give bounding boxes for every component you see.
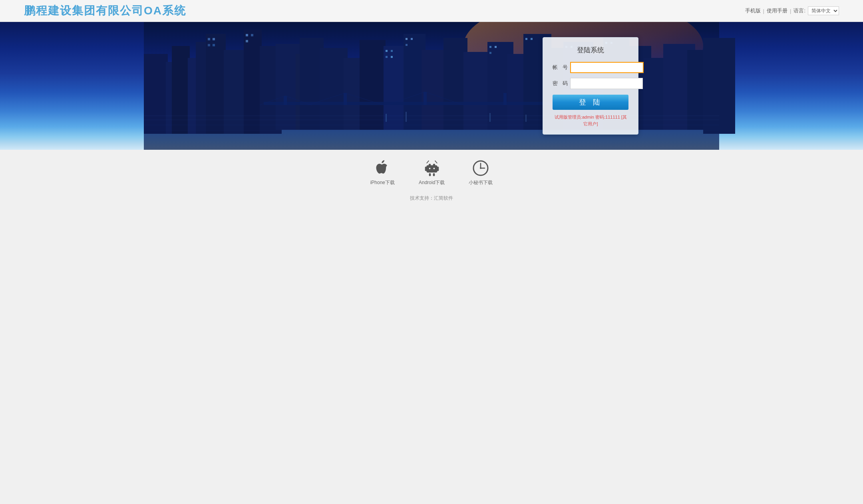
svg-rect-43 bbox=[386, 50, 388, 52]
android-icon bbox=[423, 159, 441, 177]
svg-rect-14 bbox=[213, 38, 215, 40]
svg-rect-25 bbox=[360, 40, 386, 130]
username-row: 帐 号 bbox=[553, 62, 628, 73]
svg-rect-42 bbox=[703, 38, 735, 134]
svg-rect-62 bbox=[424, 92, 427, 105]
login-title: 登陆系统 bbox=[553, 46, 628, 55]
secretary-icon bbox=[472, 159, 489, 177]
svg-rect-18 bbox=[251, 34, 253, 36]
svg-rect-6 bbox=[172, 46, 190, 134]
login-hint: 试用版管理员:admin 密码:111111 [其它用户] bbox=[553, 114, 628, 127]
svg-rect-50 bbox=[489, 46, 491, 48]
manual-link[interactable]: 使用手册 bbox=[767, 7, 787, 14]
banner-section: 登陆系统 帐 号 密 码 登 陆 试用版管理员:admin 密码:111111 … bbox=[0, 22, 863, 150]
hint-text: 试用版管理员:admin 密码:111111 [其它用户] bbox=[555, 115, 627, 126]
language-label: 语言: bbox=[793, 7, 805, 14]
svg-rect-82 bbox=[425, 167, 427, 171]
password-label: 密 码 bbox=[553, 80, 567, 87]
svg-rect-60 bbox=[284, 96, 287, 105]
svg-rect-16 bbox=[213, 44, 215, 46]
site-title: 鹏程建设集团有限公司OA系统 bbox=[24, 3, 186, 18]
svg-rect-19 bbox=[246, 40, 248, 42]
iphone-icon bbox=[374, 159, 391, 177]
svg-rect-47 bbox=[406, 38, 408, 40]
svg-rect-44 bbox=[391, 50, 393, 52]
svg-rect-83 bbox=[437, 167, 439, 171]
svg-point-91 bbox=[480, 167, 481, 169]
svg-rect-84 bbox=[429, 173, 431, 176]
svg-rect-53 bbox=[525, 38, 527, 40]
tech-support: 技术支持：汇简软件 bbox=[410, 195, 453, 202]
svg-rect-46 bbox=[391, 56, 393, 58]
svg-rect-45 bbox=[386, 56, 388, 58]
password-row: 密 码 bbox=[553, 78, 628, 89]
password-input[interactable] bbox=[570, 78, 643, 89]
svg-rect-63 bbox=[503, 93, 507, 105]
svg-rect-11 bbox=[244, 30, 262, 134]
svg-rect-15 bbox=[208, 44, 210, 46]
svg-point-87 bbox=[433, 168, 435, 169]
svg-rect-52 bbox=[489, 52, 491, 54]
svg-rect-54 bbox=[531, 38, 533, 40]
mobile-version-link[interactable]: 手机版 bbox=[745, 7, 761, 14]
svg-rect-9 bbox=[206, 34, 226, 134]
separator-2: | bbox=[790, 8, 791, 14]
svg-rect-51 bbox=[495, 46, 497, 48]
login-button[interactable]: 登 陆 bbox=[553, 95, 628, 110]
svg-rect-48 bbox=[411, 38, 413, 40]
secretary-label: 小秘书下载 bbox=[469, 179, 493, 186]
separator-1: | bbox=[763, 8, 764, 14]
download-icons-row: iPhone下载 Android下载 bbox=[370, 159, 493, 186]
svg-rect-71 bbox=[386, 114, 387, 122]
svg-rect-61 bbox=[344, 93, 347, 105]
svg-rect-17 bbox=[246, 34, 248, 36]
svg-rect-13 bbox=[208, 38, 210, 40]
svg-rect-23 bbox=[320, 48, 348, 130]
iphone-download-link[interactable]: iPhone下载 bbox=[370, 159, 395, 186]
svg-rect-85 bbox=[433, 173, 435, 176]
svg-rect-4 bbox=[144, 54, 168, 134]
language-select[interactable]: 简体中文 English bbox=[808, 6, 839, 15]
svg-rect-49 bbox=[406, 44, 408, 46]
svg-rect-72 bbox=[406, 112, 407, 122]
page-header: 鹏程建设集团有限公司OA系统 手机版 | 使用手册 | 语言: 简体中文 Eng… bbox=[0, 0, 863, 22]
iphone-label: iPhone下载 bbox=[370, 179, 395, 186]
svg-point-86 bbox=[429, 168, 430, 169]
android-label: Android下载 bbox=[419, 179, 445, 186]
svg-rect-73 bbox=[489, 113, 491, 122]
username-label: 帐 号 bbox=[553, 64, 567, 71]
download-section: iPhone下载 Android下载 bbox=[0, 150, 863, 208]
header-nav: 手机版 | 使用手册 | 语言: 简体中文 English bbox=[745, 6, 839, 15]
secretary-download-link[interactable]: 小秘书下载 bbox=[469, 159, 493, 186]
username-input[interactable] bbox=[570, 62, 644, 73]
login-box: 登陆系统 帐 号 密 码 登 陆 试用版管理员:admin 密码:111111 … bbox=[543, 37, 638, 135]
svg-rect-81 bbox=[426, 165, 437, 173]
android-download-link[interactable]: Android下载 bbox=[419, 159, 445, 186]
